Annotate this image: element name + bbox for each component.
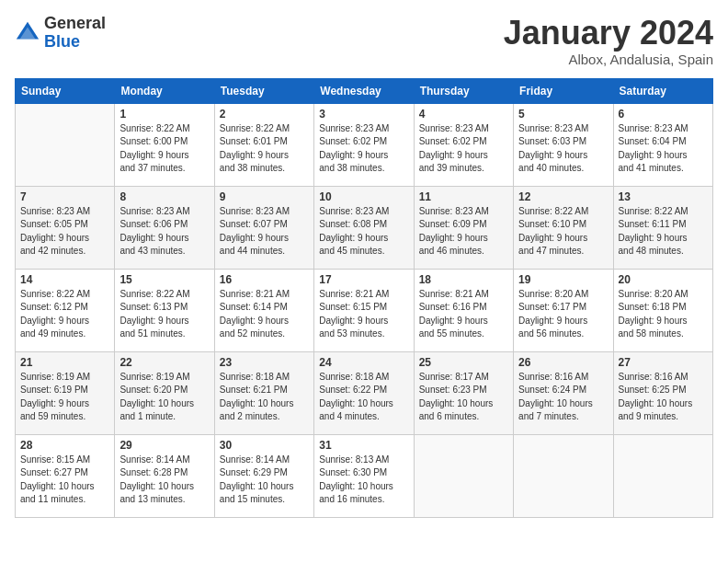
day-info: Sunrise: 8:21 AMSunset: 6:16 PMDaylight:… [419, 288, 508, 341]
day-info: Sunrise: 8:22 AMSunset: 6:11 PMDaylight:… [619, 205, 708, 259]
day-number: 18 [419, 273, 508, 286]
day-number: 8 [119, 190, 209, 203]
calendar-cell: 29Sunrise: 8:14 AMSunset: 6:28 PMDayligh… [115, 434, 214, 517]
calendar-cell: 24Sunrise: 8:18 AMSunset: 6:22 PMDayligh… [314, 351, 414, 434]
day-number: 16 [220, 273, 309, 286]
calendar-cell: 14Sunrise: 8:22 AMSunset: 6:12 PMDayligh… [16, 269, 115, 351]
calendar-cell: 4Sunrise: 8:23 AMSunset: 6:02 PMDaylight… [414, 103, 513, 186]
day-info: Sunrise: 8:23 AMSunset: 6:06 PMDaylight:… [119, 205, 209, 259]
calendar-cell [414, 434, 513, 517]
calendar-cell: 20Sunrise: 8:20 AMSunset: 6:18 PMDayligh… [613, 269, 712, 351]
day-info: Sunrise: 8:20 AMSunset: 6:18 PMDaylight:… [619, 288, 708, 341]
calendar-cell: 28Sunrise: 8:15 AMSunset: 6:27 PMDayligh… [16, 434, 115, 517]
day-info: Sunrise: 8:18 AMSunset: 6:21 PMDaylight:… [220, 371, 309, 424]
day-info: Sunrise: 8:23 AMSunset: 6:09 PMDaylight:… [419, 205, 508, 259]
week-row-4: 21Sunrise: 8:19 AMSunset: 6:19 PMDayligh… [16, 351, 713, 434]
day-number: 28 [20, 439, 109, 452]
day-info: Sunrise: 8:21 AMSunset: 6:14 PMDaylight:… [220, 288, 309, 341]
header-day-sunday: Sunday [16, 78, 115, 103]
day-number: 2 [220, 108, 309, 121]
day-number: 26 [518, 356, 608, 369]
day-number: 25 [419, 356, 508, 369]
calendar-cell [16, 103, 115, 186]
day-number: 11 [419, 190, 508, 203]
week-row-1: 1Sunrise: 8:22 AMSunset: 6:00 PMDaylight… [16, 103, 713, 186]
day-info: Sunrise: 8:23 AMSunset: 6:03 PMDaylight:… [518, 122, 608, 176]
day-info: Sunrise: 8:20 AMSunset: 6:17 PMDaylight:… [518, 288, 608, 341]
day-info: Sunrise: 8:16 AMSunset: 6:25 PMDaylight:… [619, 371, 708, 424]
calendar-cell: 26Sunrise: 8:16 AMSunset: 6:24 PMDayligh… [514, 351, 613, 434]
day-info: Sunrise: 8:23 AMSunset: 6:05 PMDaylight:… [20, 205, 109, 259]
calendar-cell: 12Sunrise: 8:22 AMSunset: 6:10 PMDayligh… [514, 186, 613, 269]
day-info: Sunrise: 8:22 AMSunset: 6:01 PMDaylight:… [220, 122, 309, 176]
day-number: 27 [619, 356, 708, 369]
day-number: 21 [20, 356, 109, 369]
calendar-table: SundayMondayTuesdayWednesdayThursdayFrid… [15, 78, 713, 518]
calendar-cell: 22Sunrise: 8:19 AMSunset: 6:20 PMDayligh… [115, 351, 214, 434]
calendar-cell: 30Sunrise: 8:14 AMSunset: 6:29 PMDayligh… [214, 434, 313, 517]
logo-icon [15, 20, 40, 46]
page-header: General Blue January 2024 Albox, Andalus… [15, 15, 713, 67]
calendar-cell: 7Sunrise: 8:23 AMSunset: 6:05 PMDaylight… [16, 186, 115, 269]
calendar-cell: 31Sunrise: 8:13 AMSunset: 6:30 PMDayligh… [314, 434, 414, 517]
calendar-cell: 13Sunrise: 8:22 AMSunset: 6:11 PMDayligh… [613, 186, 712, 269]
title-block: January 2024 Albox, Andalusia, Spain [504, 15, 713, 67]
day-number: 3 [319, 108, 408, 121]
day-info: Sunrise: 8:22 AMSunset: 6:10 PMDaylight:… [518, 205, 608, 259]
calendar-cell: 8Sunrise: 8:23 AMSunset: 6:06 PMDaylight… [115, 186, 214, 269]
day-number: 23 [220, 356, 309, 369]
day-info: Sunrise: 8:14 AMSunset: 6:28 PMDaylight:… [119, 454, 209, 507]
location-subtitle: Albox, Andalusia, Spain [504, 52, 713, 67]
calendar-cell: 9Sunrise: 8:23 AMSunset: 6:07 PMDaylight… [214, 186, 313, 269]
day-number: 29 [119, 439, 209, 452]
logo-blue-text: Blue [44, 32, 80, 51]
day-number: 9 [220, 190, 309, 203]
calendar-header: SundayMondayTuesdayWednesdayThursdayFrid… [16, 78, 713, 103]
day-number: 1 [119, 108, 209, 121]
day-info: Sunrise: 8:13 AMSunset: 6:30 PMDaylight:… [319, 454, 408, 507]
day-number: 15 [119, 273, 209, 286]
day-number: 17 [319, 273, 408, 286]
day-number: 7 [20, 190, 109, 203]
header-day-saturday: Saturday [613, 78, 712, 103]
calendar-cell: 3Sunrise: 8:23 AMSunset: 6:02 PMDaylight… [314, 103, 414, 186]
calendar-cell: 21Sunrise: 8:19 AMSunset: 6:19 PMDayligh… [16, 351, 115, 434]
day-number: 13 [619, 190, 708, 203]
header-day-thursday: Thursday [414, 78, 513, 103]
calendar-cell: 27Sunrise: 8:16 AMSunset: 6:25 PMDayligh… [613, 351, 712, 434]
calendar-cell: 11Sunrise: 8:23 AMSunset: 6:09 PMDayligh… [414, 186, 513, 269]
day-info: Sunrise: 8:14 AMSunset: 6:29 PMDaylight:… [220, 454, 309, 507]
day-info: Sunrise: 8:17 AMSunset: 6:23 PMDaylight:… [419, 371, 508, 424]
logo-general-text: General [44, 14, 106, 32]
day-info: Sunrise: 8:15 AMSunset: 6:27 PMDaylight:… [20, 454, 109, 507]
day-info: Sunrise: 8:23 AMSunset: 6:04 PMDaylight:… [619, 122, 708, 176]
day-number: 5 [518, 108, 608, 121]
day-number: 19 [518, 273, 608, 286]
calendar-cell: 10Sunrise: 8:23 AMSunset: 6:08 PMDayligh… [314, 186, 414, 269]
day-number: 30 [220, 439, 309, 452]
calendar-cell: 5Sunrise: 8:23 AMSunset: 6:03 PMDaylight… [514, 103, 613, 186]
day-number: 14 [20, 273, 109, 286]
day-number: 12 [518, 190, 608, 203]
day-info: Sunrise: 8:23 AMSunset: 6:02 PMDaylight:… [419, 122, 508, 176]
day-number: 24 [319, 356, 408, 369]
day-info: Sunrise: 8:22 AMSunset: 6:12 PMDaylight:… [20, 288, 109, 341]
day-number: 22 [119, 356, 209, 369]
calendar-cell: 2Sunrise: 8:22 AMSunset: 6:01 PMDaylight… [214, 103, 313, 186]
month-title: January 2024 [504, 15, 713, 52]
calendar-cell: 6Sunrise: 8:23 AMSunset: 6:04 PMDaylight… [613, 103, 712, 186]
day-number: 20 [619, 273, 708, 286]
day-number: 10 [319, 190, 408, 203]
calendar-cell: 1Sunrise: 8:22 AMSunset: 6:00 PMDaylight… [115, 103, 214, 186]
day-info: Sunrise: 8:23 AMSunset: 6:02 PMDaylight:… [319, 122, 408, 176]
day-number: 4 [419, 108, 508, 121]
day-info: Sunrise: 8:23 AMSunset: 6:08 PMDaylight:… [319, 205, 408, 259]
day-info: Sunrise: 8:22 AMSunset: 6:00 PMDaylight:… [119, 122, 209, 176]
day-info: Sunrise: 8:21 AMSunset: 6:15 PMDaylight:… [319, 288, 408, 341]
day-info: Sunrise: 8:16 AMSunset: 6:24 PMDaylight:… [518, 371, 608, 424]
header-day-monday: Monday [115, 78, 214, 103]
calendar-cell: 25Sunrise: 8:17 AMSunset: 6:23 PMDayligh… [414, 351, 513, 434]
day-info: Sunrise: 8:19 AMSunset: 6:19 PMDaylight:… [20, 371, 109, 424]
calendar-body: 1Sunrise: 8:22 AMSunset: 6:00 PMDaylight… [16, 103, 713, 517]
calendar-cell: 18Sunrise: 8:21 AMSunset: 6:16 PMDayligh… [414, 269, 513, 351]
